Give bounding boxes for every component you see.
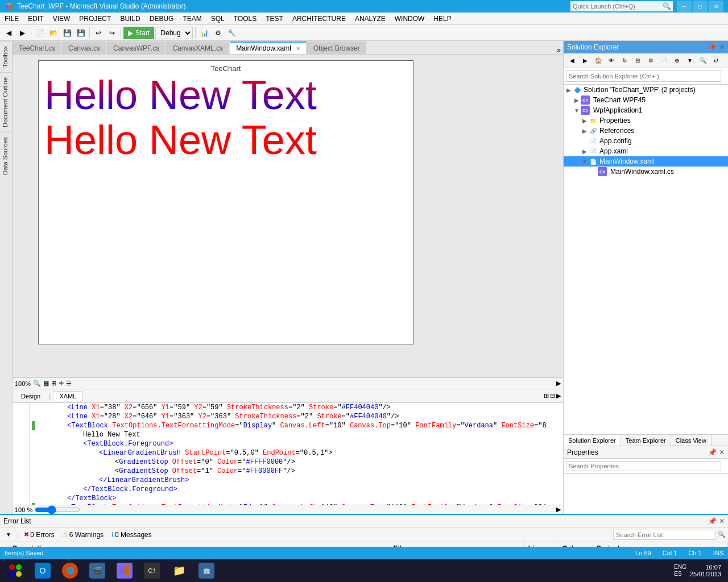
menu-file[interactable]: FILE (0, 13, 23, 25)
se-show-all-btn[interactable]: 👁 (605, 55, 618, 67)
menu-view[interactable]: VIEW (48, 13, 75, 25)
open-btn[interactable]: 📂 (47, 27, 60, 39)
forward-button[interactable]: ▶ (16, 27, 28, 39)
menu-build[interactable]: BUILD (115, 13, 144, 25)
menu-project[interactable]: PROJECT (75, 13, 115, 25)
tree-mainwindow-xaml[interactable]: ▼ 📄 MainWindow.xaml (564, 156, 728, 167)
code-expand-btn[interactable]: ⊞ (544, 392, 549, 400)
se-new-sol-btn[interactable]: ⊕ (671, 55, 683, 67)
se-collapse-btn[interactable]: ⊟ (631, 55, 644, 67)
se-filter-btn[interactable]: ▼ (684, 55, 696, 67)
tab-teechart-cs[interactable]: TeeChart.cs (13, 41, 61, 54)
menu-edit[interactable]: EDIT (23, 13, 48, 25)
error-filter-btn[interactable]: ▼ (2, 529, 15, 541)
menu-sql[interactable]: SQL (206, 13, 229, 25)
tab-overflow[interactable]: » (555, 46, 563, 54)
props-search-input[interactable] (566, 461, 721, 471)
menu-tools[interactable]: TOOLS (229, 13, 261, 25)
tab-canvaswpf-cs[interactable]: CanvasWPF.cs (107, 41, 166, 54)
tool-btn1[interactable]: 📊 (198, 27, 210, 39)
taskbar-explorer[interactable]: 📁 (166, 560, 192, 581)
error-search-input[interactable] (613, 530, 715, 540)
quick-launch-input[interactable] (570, 1, 673, 11)
save-btn[interactable]: 💾 (61, 27, 73, 39)
tree-mainwindow-expand[interactable]: ▼ (581, 159, 589, 165)
taskbar-vs[interactable] (111, 560, 138, 581)
tree-app-xaml[interactable]: ▶ 📄 App.xaml (564, 146, 728, 156)
props-close-btn[interactable]: ✕ (719, 448, 725, 456)
code-zoom-slider[interactable] (35, 505, 80, 514)
debug-config-dropdown[interactable]: Debug (155, 27, 193, 39)
tree-mainwindow-cs[interactable]: ▶ C# MainWindow.xaml.cs (564, 167, 728, 177)
se-home-btn[interactable]: 🏠 (592, 55, 605, 67)
props-pin-btn[interactable]: 📌 (708, 448, 717, 456)
se-refresh-btn[interactable]: ↻ (618, 55, 631, 67)
menu-window[interactable]: WINDOW (390, 13, 429, 25)
tree-solution-expand[interactable]: ▶ (565, 87, 573, 93)
se-search-input[interactable] (566, 70, 721, 82)
menu-help[interactable]: HELP (429, 13, 456, 25)
taskbar-chrome[interactable]: 🌐 (57, 560, 83, 581)
new-project-btn[interactable]: 📄 (34, 27, 46, 39)
back-button[interactable]: ◀ (2, 27, 15, 39)
tree-app-xaml-expand[interactable]: ▶ (581, 148, 589, 155)
error-messages-filter[interactable]: ℹ 0 Messages (109, 529, 155, 541)
menu-debug[interactable]: DEBUG (145, 13, 179, 25)
tree-project1-expand[interactable]: ▶ (573, 97, 581, 103)
taskbar-outlook[interactable]: O (30, 560, 56, 581)
tree-project1[interactable]: ▶ C# TeeChart.WPF45 (564, 95, 728, 105)
se-search-btn[interactable]: 🔍 (697, 55, 709, 67)
se-props-btn[interactable]: ⚙ (644, 55, 657, 67)
menu-analyze[interactable]: ANALYZE (350, 13, 390, 25)
tree-solution[interactable]: ▶ 🔷 Solution 'TeeChart_WPF' (2 projects) (564, 85, 728, 95)
error-warnings-filter[interactable]: ⚠ 6 Warnings (60, 529, 106, 541)
tree-project2-expand[interactable]: ▼ (573, 107, 581, 114)
code-hscroll-right[interactable]: ▶ (556, 506, 561, 513)
redo-btn[interactable]: ↪ (106, 27, 118, 39)
tab-canvas-cs[interactable]: Canvas.cs (62, 41, 106, 54)
start-button[interactable]: ▶ Start (123, 27, 154, 39)
tree-references-expand[interactable]: ▶ (581, 128, 589, 134)
error-errors-filter[interactable]: ✖ 0 Errors (21, 529, 57, 541)
save-all-btn[interactable]: 💾 (75, 27, 87, 39)
menu-architecture[interactable]: ARCHITECTURE (288, 13, 350, 25)
se-close-btn[interactable]: ✕ (719, 43, 725, 51)
se-forward-btn[interactable]: ▶ (579, 55, 592, 67)
error-list-close[interactable]: ✕ (719, 517, 725, 525)
menu-test[interactable]: TEST (261, 13, 288, 25)
tree-properties-expand[interactable]: ▶ (581, 118, 589, 124)
tool-btn2[interactable]: ⚙ (212, 27, 224, 39)
se-pin-btn[interactable]: 📌 (708, 43, 717, 51)
undo-btn[interactable]: ↩ (92, 27, 105, 39)
taskbar-terminal[interactable]: C:\ (139, 560, 165, 581)
sidebar-data-sources[interactable]: Data Sources (0, 132, 12, 180)
se-tab-team-explorer[interactable]: Team Explorer (621, 435, 671, 446)
code-collapse-btn[interactable]: ⊟ (550, 392, 555, 400)
tree-project2[interactable]: ▼ C# WpfApplication1 (564, 105, 728, 115)
canvas-scroll-right[interactable]: ▶ (556, 380, 561, 387)
se-back-btn[interactable]: ◀ (566, 55, 578, 67)
menu-team[interactable]: TEAM (178, 13, 206, 25)
tab-mainwindow-close[interactable]: ✕ (296, 45, 300, 52)
se-sync-btn[interactable]: ⇄ (710, 55, 722, 67)
tool-btn3[interactable]: 🔧 (225, 27, 238, 39)
minimize-button[interactable]: ─ (677, 1, 692, 12)
se-tab-solution-explorer[interactable]: Solution Explorer (564, 435, 621, 446)
taskbar-start[interactable] (2, 560, 28, 581)
tab-mainwindow-xaml[interactable]: MainWindow.xaml ✕ (230, 41, 307, 54)
sidebar-toolbox[interactable]: Toolbox (0, 41, 12, 72)
code-content[interactable]: <Line X1="38" X2="656" Y1="59" Y2="59" S… (13, 403, 563, 505)
sidebar-document-outline[interactable]: Document Outline (0, 72, 12, 132)
tree-app-config[interactable]: ▶ 📄 App.config (564, 136, 728, 146)
tree-references[interactable]: ▶ 🔗 References (564, 126, 728, 136)
code-tab-xaml[interactable]: XAML (53, 391, 82, 401)
close-button[interactable]: ✕ (709, 1, 723, 12)
tab-canvasxaml-cs[interactable]: CanvasXAML.cs (166, 41, 229, 54)
taskbar-app8[interactable]: 🏢 (193, 560, 220, 581)
tree-properties[interactable]: ▶ 📁 Properties (564, 115, 728, 126)
taskbar-media[interactable]: 🎬 (84, 560, 110, 581)
code-more-btn[interactable]: ▶ (556, 392, 561, 400)
se-tab-class-view[interactable]: Class View (671, 435, 712, 446)
se-open-file-btn[interactable]: 📄 (657, 55, 670, 67)
code-tab-design[interactable]: Design (15, 391, 47, 401)
